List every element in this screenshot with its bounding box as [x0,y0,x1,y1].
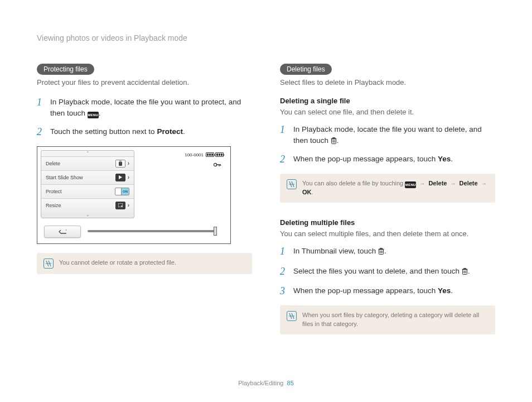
page-footer: Playback/Editing 85 [0,380,532,386]
subdesc-multi: You can select multiple files, and then … [280,229,495,238]
menu-label: Protect [46,189,62,194]
trash-icon [115,160,125,168]
arrow-right-icon: → [449,180,458,186]
back-button [44,226,81,238]
menu-icon: MENU [405,181,416,188]
step-suffix: . [183,127,185,136]
step-number: 2 [37,126,45,138]
step-1: 1 In Playback mode, locate the file you … [37,97,252,118]
subdesc-single: You can select one file, and then delete… [280,108,495,116]
note-icon [287,179,297,189]
step-suffix: . [451,155,453,163]
step-suffix: . [384,247,386,255]
menu-label: Delete [46,161,60,166]
menu-row-resize: Resize › [41,198,134,212]
back-arrow-icon [59,229,66,234]
step-1: 1 In Playback mode, locate the file you … [280,124,495,146]
intro-text: Protect your files to prevent accidental… [37,78,252,87]
yes-keyword: Yes [438,286,451,295]
step-text: Select the files you want to delete, and… [293,267,462,275]
step-text: In Playback mode, locate the file you wa… [293,125,482,145]
step-text: When the pop-up message appears, touch [293,286,438,295]
resize-icon [115,202,125,209]
note-text: You cannot delete or rotate a protected … [59,259,245,267]
chevron-right-icon: › [128,202,129,208]
caret-up-icon: ⌃ [41,151,134,156]
menu-label: Resize [46,203,61,208]
note-text: When you sort files by category, deletin… [302,311,489,329]
svg-point-1 [214,163,216,166]
trash-icon [462,268,468,275]
yes-keyword: Yes [438,155,451,163]
right-column: Deleting files Select files to delete in… [280,64,495,334]
card-icon [206,152,214,157]
menu-panel: ⌃ Delete › Start Slide Show › Protect ON [41,150,134,218]
step-2: 2 Select the files you want to delete, a… [280,266,495,278]
note-text: You can also delete a file by touching [302,180,405,186]
step-suffix: . [468,267,470,275]
key-lock-icon [214,161,221,169]
step-number: 1 [280,246,288,258]
play-icon [115,174,125,181]
page-title: Viewing photos or videos in Playback mod… [37,34,495,42]
note-icon [43,259,54,269]
step-1: 1 In Thumbnail view, touch . [280,246,495,258]
step-number: 1 [37,97,45,118]
subhead-single: Deleting a single file [280,97,495,105]
ok-label: OK [302,189,312,195]
page-number: 85 [287,380,294,386]
battery-icon [215,152,224,157]
trash-icon [378,248,384,255]
arrow-right-icon: → [418,180,427,186]
note-box: You cannot delete or rotate a protected … [37,253,252,274]
menu-row-slideshow: Start Slide Show › [41,170,134,184]
chevron-right-icon: › [128,160,129,166]
note-icon [287,311,297,321]
menu-icon: MENU [88,112,99,118]
toggle-on: ON [115,188,129,195]
status-bar: 100-0001 [185,152,224,157]
step-number: 2 [280,266,288,278]
file-counter: 100-0001 [185,152,204,157]
menu-label: Start Slide Show [46,175,83,180]
intro-text: Select files to delete in Playback mode. [280,78,495,87]
protect-keyword: Protect [157,127,183,136]
step-text: In Thumbnail view, touch [293,247,378,255]
pill-deleting-files: Deleting files [280,64,332,75]
menu-row-protect: Protect ON [41,184,134,198]
footer-section: Playback/Editing [238,380,283,386]
step-number: 2 [280,154,288,166]
slider-end [214,227,217,236]
step-2: 2 When the pop-up message appears, touch… [280,154,495,166]
left-column: Protecting files Protect your files to p… [37,64,252,334]
step-text: When the pop-up message appears, touch [293,155,438,163]
pill-protecting-files: Protecting files [37,64,94,75]
menu-row-delete: Delete › [41,156,134,170]
trash-icon [331,137,337,144]
step-number: 1 [280,124,288,146]
step-text: In Playback mode, locate the file you wa… [50,98,241,117]
step-suffix: . [99,109,101,117]
delete-keyword: Delete [460,180,478,186]
caret-down-icon: ⌄ [41,212,134,218]
chevron-right-icon: › [128,174,129,180]
step-text: Touch the setting button next to [50,127,157,136]
camera-menu-illustration: ⌃ Delete › Start Slide Show › Protect ON [37,146,231,244]
subhead-multi: Deleting multiple files [280,218,495,227]
arrow-right-icon: → [480,180,489,186]
step-number: 3 [280,285,288,298]
step-suffix: . [451,286,453,295]
note-box: When you sort files by category, deletin… [280,305,495,334]
slider-rail [88,230,216,232]
step-3: 3 When the pop-up message appears, touch… [280,285,495,298]
delete-keyword: Delete [428,180,447,186]
note-box: You can also delete a file by touching M… [280,174,495,203]
step-2: 2 Touch the setting button next to Prote… [37,126,252,138]
step-suffix: . [337,136,339,145]
